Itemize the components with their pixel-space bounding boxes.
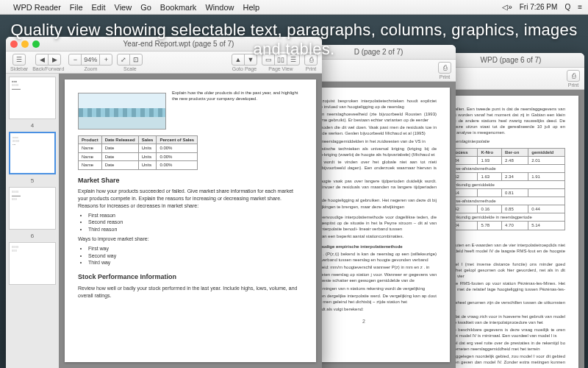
product-table: ProductDate ReleasedSalesPercent of Sale…: [78, 135, 198, 170]
page-thumbnail[interactable]: ■■■≡≡≡≡▬▬▬: [9, 77, 56, 119]
list-item: First way: [88, 245, 303, 252]
thumbnail-label: 4: [9, 122, 56, 129]
thumbnail-label: 5: [9, 177, 56, 184]
print-label: Print: [440, 74, 450, 79]
marketing-banner: Quality view showing selectable text, pa…: [0, 18, 588, 62]
menu-view[interactable]: View: [115, 3, 132, 12]
bullet-list: First way Second way Third way: [88, 245, 303, 266]
menu-help[interactable]: Help: [243, 3, 260, 12]
page-canvas[interactable]: Explain how the older products did in th…: [59, 74, 322, 368]
clock: Fri 7:26 PM: [520, 3, 558, 11]
app-name-menu[interactable]: WPD Reader: [13, 3, 61, 12]
section-heading: Market Share: [78, 176, 303, 185]
document-window-1: Year-end Report.wpt (page 5 of 7) ☰Sideb…: [6, 37, 322, 368]
zoom-label: Zoom: [84, 66, 97, 71]
notification-icon[interactable]: ≡: [578, 3, 582, 11]
chart-caption: Explain how the older products did in th…: [172, 90, 303, 102]
bullet-list: First reason Second reason Third reason: [88, 212, 303, 233]
body-text: Ways to improve market share:: [78, 236, 303, 243]
gotopage-label: Goto Page: [232, 66, 257, 71]
menubar: WPD Reader File Edit View Go Bookmark Wi…: [0, 0, 588, 15]
list-item: Third reason: [88, 226, 303, 233]
thumbnail-label: 6: [9, 233, 56, 239]
print-label: Print: [306, 66, 316, 71]
print-label: Print: [568, 82, 578, 88]
scale-label: Scale: [123, 66, 137, 71]
list-item: Second way: [88, 252, 303, 260]
print-button[interactable]: ⎙: [567, 70, 580, 82]
page-thumbnail[interactable]: ≡≡≡≡≡≡≡: [9, 242, 56, 285]
list-item: First reason: [88, 212, 303, 219]
menu-edit[interactable]: Edit: [92, 3, 106, 12]
sidebar-label: Sidebar: [10, 66, 28, 71]
page-thumbnail-selected[interactable]: ▭▭≡≡≡≡•••: [9, 132, 56, 174]
list-item: Third way: [88, 259, 303, 266]
pageview-label: Page View: [268, 66, 293, 71]
menu-bookmark[interactable]: Bookmark: [160, 3, 197, 12]
body-text: Review how well or badly your stock perf…: [78, 285, 303, 300]
list-item: Second reason: [88, 219, 303, 226]
print-button[interactable]: ⎙: [438, 62, 451, 74]
menu-file[interactable]: File: [70, 3, 83, 12]
chart-graphic: [78, 93, 166, 130]
volume-icon[interactable]: ◁»: [502, 3, 512, 11]
menu-window[interactable]: Window: [205, 3, 234, 12]
body-text: Explain how your products succeeded or f…: [78, 188, 303, 209]
page-sheet: Explain how the older products did in th…: [65, 79, 316, 362]
menu-go[interactable]: Go: [140, 3, 151, 12]
content-area: ■■■≡≡≡≡▬▬▬ 4 ▭▭≡≡≡≡••• 5 ≡≡≡≡▬▬▬≡≡≡ 6 ≡≡…: [6, 74, 322, 368]
page-thumbnail[interactable]: ≡≡≡≡▬▬▬≡≡≡: [9, 187, 56, 230]
section-heading: Stock Performance Information: [78, 272, 303, 282]
backforward-label: Back/Forward: [32, 66, 64, 71]
thumbnail-sidebar[interactable]: ■■■≡≡≡≡▬▬▬ 4 ▭▭≡≡≡≡••• 5 ≡≡≡≡▬▬▬≡≡≡ 6 ≡≡…: [6, 74, 59, 368]
spotlight-icon[interactable]: Q: [564, 3, 570, 11]
